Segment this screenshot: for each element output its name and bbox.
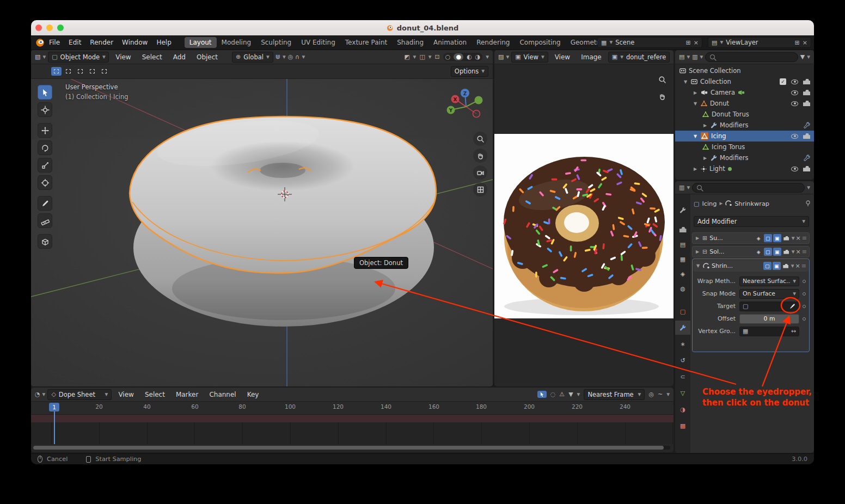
dopesheet-menu-channel[interactable]: Channel <box>205 391 240 398</box>
toggle-on-cage-icon[interactable]: ◈ <box>755 248 763 256</box>
tab-render[interactable] <box>675 223 690 237</box>
image-zoom-icon[interactable] <box>655 72 669 87</box>
chevron-down-icon[interactable]: ▼ <box>807 186 810 190</box>
overlays-icon[interactable]: ◫ <box>419 54 425 60</box>
new-viewlayer-icon[interactable]: ⊞ <box>795 40 800 46</box>
toggle-render-icon[interactable] <box>782 262 790 270</box>
dopesheet-menu-marker[interactable]: Marker <box>172 391 203 398</box>
select-mode-subtract[interactable] <box>75 67 85 76</box>
show-gizmo-icon[interactable]: ◩ <box>404 54 409 60</box>
shading-wireframe-icon[interactable]: ○ <box>445 54 451 60</box>
target-object-field[interactable]: ▢ <box>739 302 799 311</box>
tool-annotate[interactable] <box>38 196 52 211</box>
tab-constraints[interactable]: ⊂ <box>675 370 690 384</box>
timeline-ruler[interactable]: 20 40 60 80 100 120 140 160 180 200 220 … <box>31 402 673 415</box>
tool-add-cube[interactable] <box>38 234 52 249</box>
disclosure-triangle-icon[interactable]: ▶ <box>702 156 708 161</box>
show-errors-icon[interactable]: ⚠ <box>559 391 565 397</box>
modifier-extras-icon[interactable]: ▼ <box>792 250 795 254</box>
tab-scene[interactable]: ◈ <box>675 267 690 281</box>
unlink-scene-icon[interactable]: × <box>694 40 699 46</box>
filter-funnel-icon[interactable]: ▼ <box>568 391 573 397</box>
dopesheet-mode-dropdown[interactable]: ◇ Dope Sheet ▼ <box>47 389 112 400</box>
disclosure-triangle-icon[interactable]: ▶ <box>702 123 708 128</box>
toggle-realtime-icon[interactable]: ▣ <box>773 262 781 270</box>
viewlayer-selector[interactable]: ▤▼ ViewLayer ⊞ × <box>708 37 811 48</box>
donut-mesh[interactable] <box>130 113 436 327</box>
invert-vertex-group-icon[interactable]: ↔ <box>791 328 796 334</box>
disclosure-triangle-icon[interactable]: ▶ <box>695 249 700 254</box>
disable-render-camera-icon[interactable] <box>803 166 810 171</box>
properties-search-input[interactable] <box>692 183 805 193</box>
image-pan-hand-icon[interactable] <box>655 89 669 103</box>
drag-handle-icon[interactable]: ≡ <box>801 263 806 269</box>
hide-eye-icon[interactable] <box>791 101 798 106</box>
reference-photo[interactable] <box>494 64 673 386</box>
snap-mode-dropdown[interactable]: Nearest Frame ▼ <box>584 389 645 400</box>
workspace-tab-modeling[interactable]: Modeling <box>217 37 256 48</box>
modifier-subdivision-header[interactable]: ▶ ⊞ Su... ◈ ▢ ▣ ▼ × ≡ <box>692 232 810 244</box>
disable-render-camera-icon[interactable] <box>803 101 810 106</box>
tool-cursor[interactable] <box>38 102 52 117</box>
disclosure-triangle-icon[interactable]: ▼ <box>693 101 698 106</box>
toggle-realtime-icon[interactable]: ▣ <box>773 248 781 256</box>
tab-view-layer[interactable]: ▦ <box>675 252 690 266</box>
drag-handle-icon[interactable]: ≡ <box>802 235 807 241</box>
options-dropdown[interactable]: Options ▼ <box>451 66 488 77</box>
dopesheet-menu-view[interactable]: View <box>114 391 138 398</box>
toggle-edit-mode-icon[interactable]: ▢ <box>763 262 771 270</box>
tab-output[interactable]: ▤ <box>675 237 690 251</box>
proportional-editing-icon[interactable]: ◎ <box>648 391 654 397</box>
disclosure-triangle-icon[interactable]: ▶ <box>695 236 700 241</box>
tool-scale[interactable] <box>38 158 52 173</box>
modifier-shrinkwrap-header[interactable]: ▼ Shrin... ▢ ▣ ▼ × ≡ <box>693 260 809 272</box>
workspace-tab-layout[interactable]: Layout <box>185 37 217 48</box>
properties-editor-type-icon[interactable]: ▥ <box>679 185 684 190</box>
orthographic-grid-icon[interactable] <box>473 182 487 196</box>
image-menu-image[interactable]: Image <box>577 53 606 61</box>
toggle-realtime-icon[interactable]: ▣ <box>773 234 781 242</box>
disable-render-camera-icon[interactable] <box>803 79 810 84</box>
outliner-row-camera[interactable]: ▶ Camera <box>675 87 814 98</box>
vertex-group-field[interactable]: ▦ ↔ <box>739 327 799 336</box>
add-modifier-button[interactable]: Add Modifier ▼ <box>694 216 809 227</box>
outliner-row-icing-modifiers[interactable]: ▶ Modifiers <box>675 152 814 163</box>
modifier-badge-wrench-icon[interactable] <box>804 155 810 161</box>
disclosure-triangle-icon[interactable]: ▶ <box>693 90 698 95</box>
outliner-row-icing[interactable]: ▼ Icing <box>675 131 814 142</box>
tool-move[interactable] <box>38 123 52 138</box>
toggle-render-icon[interactable] <box>782 234 791 242</box>
viewport-menu-view[interactable]: View <box>111 53 135 61</box>
shading-solid-icon[interactable]: ● <box>454 53 463 60</box>
pan-view-hand-icon[interactable] <box>473 149 487 163</box>
hide-eye-icon[interactable] <box>791 90 798 95</box>
menu-edit[interactable]: Edit <box>64 39 85 46</box>
scene-selector[interactable]: ▦▼ Scene ⊞ × <box>597 37 702 48</box>
shading-material-icon[interactable]: ◐ <box>467 54 472 60</box>
image-datablock-selector[interactable]: ▣▼ donut_refere <box>608 52 670 63</box>
new-scene-icon[interactable]: ⊞ <box>686 40 691 46</box>
disclosure-triangle-icon[interactable]: ▶ <box>693 167 698 171</box>
dopesheet-menu-key[interactable]: Key <box>243 391 264 398</box>
outliner-editor-type-icon[interactable]: ▤ <box>679 54 684 60</box>
select-mode-new[interactable] <box>51 67 62 76</box>
zoom-view-icon[interactable] <box>473 132 487 146</box>
toggle-edit-mode-icon[interactable]: ▢ <box>764 248 772 256</box>
outliner-row-donut-torus[interactable]: Donut Torus <box>675 109 814 120</box>
outliner-row-icing-torus[interactable]: Icing Torus <box>675 142 814 152</box>
workspace-tab-rendering[interactable]: Rendering <box>472 37 515 48</box>
fcurve-icon[interactable]: ~ <box>658 391 663 397</box>
tab-texture[interactable]: ▩ <box>675 419 690 433</box>
modifier-badge-wrench-icon[interactable] <box>804 122 810 128</box>
close-window-button[interactable] <box>35 24 42 31</box>
toggle-edit-mode-icon[interactable]: ▢ <box>764 234 772 242</box>
toggle-render-icon[interactable] <box>782 248 791 256</box>
outliner-search-input[interactable] <box>705 52 798 62</box>
remove-viewlayer-icon[interactable]: × <box>803 40 807 46</box>
tab-world[interactable]: ◍ <box>675 281 690 296</box>
outliner-row-collection[interactable]: ▼ Collection ✓ <box>675 76 814 87</box>
workspace-tab-shading[interactable]: Shading <box>392 37 428 48</box>
hide-eye-icon[interactable] <box>791 134 798 139</box>
animate-property-dot[interactable] <box>803 280 806 283</box>
minimize-window-button[interactable] <box>46 24 53 31</box>
